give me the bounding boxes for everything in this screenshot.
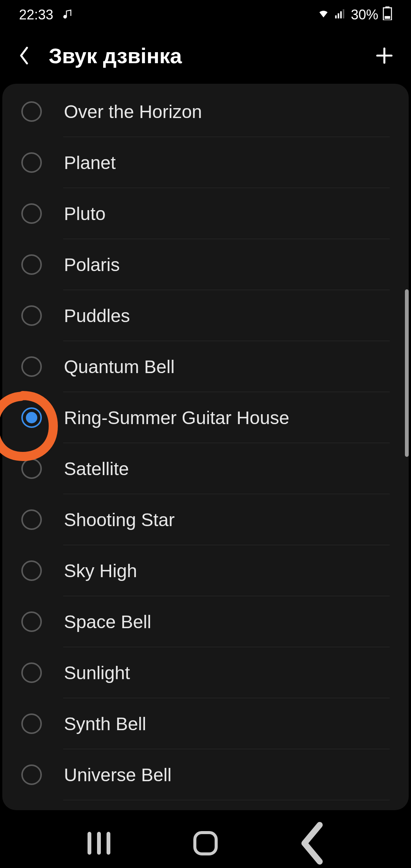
radio-button[interactable] bbox=[21, 305, 42, 326]
divider bbox=[63, 800, 390, 800]
radio-button[interactable] bbox=[21, 407, 42, 428]
radio-button[interactable] bbox=[21, 152, 42, 173]
radio-button[interactable] bbox=[21, 356, 42, 377]
ringtone-label: Sky High bbox=[64, 560, 390, 581]
radio-button[interactable] bbox=[21, 254, 42, 275]
ringtone-item[interactable]: Universe Bell bbox=[2, 749, 409, 800]
radio-button[interactable] bbox=[21, 713, 42, 734]
radio-button[interactable] bbox=[21, 203, 42, 224]
svg-rect-2 bbox=[338, 13, 339, 18]
ringtone-item[interactable]: Pluto bbox=[2, 188, 409, 239]
battery-percent: 30% bbox=[351, 7, 378, 23]
svg-rect-4 bbox=[343, 9, 344, 18]
ringtone-label: Space Bell bbox=[64, 611, 390, 632]
ringtone-item[interactable]: Ring-Summer Guitar House bbox=[2, 392, 409, 443]
ringtone-label: Synth Bell bbox=[64, 713, 390, 734]
radio-button[interactable] bbox=[21, 764, 42, 785]
ringtone-item[interactable]: Planet bbox=[2, 137, 409, 188]
add-button[interactable] bbox=[373, 44, 396, 67]
ringtone-label: Over the Horizon bbox=[64, 101, 390, 122]
ringtone-label: Planet bbox=[64, 152, 390, 173]
ringtone-item[interactable]: Quantum Bell bbox=[2, 341, 409, 392]
svg-rect-1 bbox=[335, 15, 337, 18]
status-right: 30% bbox=[317, 6, 392, 24]
radio-button[interactable] bbox=[21, 560, 42, 581]
wifi-icon bbox=[317, 7, 330, 23]
ringtone-label: Sunlight bbox=[64, 662, 390, 683]
signal-icon bbox=[334, 7, 346, 23]
ringtone-item[interactable]: Puddles bbox=[2, 290, 409, 341]
back-button[interactable] bbox=[15, 46, 33, 65]
app-header: Звук дзвінка bbox=[0, 30, 411, 81]
radio-button[interactable] bbox=[21, 101, 42, 122]
nav-back-button[interactable] bbox=[297, 832, 327, 855]
nav-bar bbox=[0, 819, 411, 868]
ringtone-label: Quantum Bell bbox=[64, 356, 390, 377]
ringtone-item[interactable]: Polaris bbox=[2, 239, 409, 290]
ringtone-item[interactable]: Sunlight bbox=[2, 647, 409, 698]
ringtone-item[interactable]: Shooting Star bbox=[2, 494, 409, 545]
scrollbar[interactable] bbox=[405, 289, 409, 457]
music-note-icon bbox=[62, 7, 73, 23]
svg-rect-7 bbox=[385, 16, 390, 19]
ringtone-label: Ring-Summer Guitar House bbox=[64, 407, 390, 428]
ringtone-item[interactable]: Satellite bbox=[2, 443, 409, 494]
radio-button[interactable] bbox=[21, 611, 42, 632]
ringtone-item[interactable]: Sky High bbox=[2, 545, 409, 596]
ringtone-label: Shooting Star bbox=[64, 509, 390, 530]
radio-button[interactable] bbox=[21, 458, 42, 479]
battery-icon bbox=[383, 6, 392, 24]
status-time: 22:33 bbox=[19, 7, 53, 23]
ringtone-label: Satellite bbox=[64, 458, 390, 479]
radio-button[interactable] bbox=[21, 509, 42, 530]
ringtone-item[interactable]: Space Bell bbox=[2, 596, 409, 647]
svg-point-0 bbox=[64, 16, 67, 18]
ringtone-item[interactable]: Over the Horizon bbox=[2, 86, 409, 137]
svg-rect-13 bbox=[195, 833, 216, 854]
status-left: 22:33 bbox=[19, 7, 73, 23]
content-panel: Over the HorizonPlanetPlutoPolarisPuddle… bbox=[2, 84, 409, 810]
ringtone-list[interactable]: Over the HorizonPlanetPlutoPolarisPuddle… bbox=[2, 84, 409, 800]
svg-rect-3 bbox=[340, 11, 342, 19]
ringtone-label: Puddles bbox=[64, 305, 390, 326]
page-title: Звук дзвінка bbox=[49, 43, 358, 68]
nav-recents-button[interactable] bbox=[84, 832, 114, 855]
status-bar: 22:33 30% bbox=[0, 0, 411, 30]
radio-button[interactable] bbox=[21, 662, 42, 683]
ringtone-label: Universe Bell bbox=[64, 764, 390, 785]
ringtone-label: Polaris bbox=[64, 254, 390, 275]
ringtone-item[interactable]: Synth Bell bbox=[2, 698, 409, 749]
nav-home-button[interactable] bbox=[190, 832, 221, 855]
ringtone-label: Pluto bbox=[64, 203, 390, 224]
